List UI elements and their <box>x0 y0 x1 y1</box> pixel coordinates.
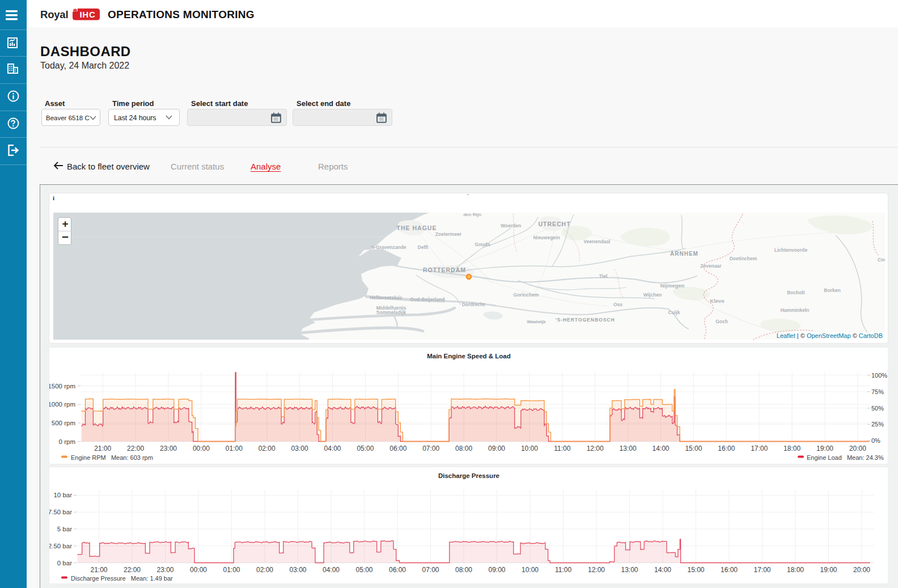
svg-text:Zoetermeer: Zoetermeer <box>435 231 462 237</box>
svg-text:Doetinchem: Doetinchem <box>730 256 757 261</box>
svg-text:Sommelsdijk: Sommelsdijk <box>376 310 406 315</box>
svg-text:01: 01 <box>274 117 278 122</box>
svg-text:THE HAGUE: THE HAGUE <box>397 225 437 231</box>
svg-text:0 bar: 0 bar <box>57 560 72 566</box>
svg-text:50%: 50% <box>871 405 884 412</box>
svg-text:12:00: 12:00 <box>587 445 604 452</box>
svg-text:11:00: 11:00 <box>555 566 571 574</box>
svg-text:03:00: 03:00 <box>291 445 308 452</box>
svg-text:04:00: 04:00 <box>323 566 340 574</box>
svg-text:21:00: 21:00 <box>94 445 111 452</box>
svg-text:5 bar: 5 bar <box>57 526 72 532</box>
svg-text:13:00: 13:00 <box>620 445 637 452</box>
svg-text:7.50 bar: 7.50 bar <box>49 509 72 515</box>
svg-text:18:00: 18:00 <box>783 445 800 452</box>
svg-text:0 rpm: 0 rpm <box>59 438 75 445</box>
svg-text:08:00: 08:00 <box>455 566 472 574</box>
svg-text:01:00: 01:00 <box>223 566 240 574</box>
svg-text:Zevenaar: Zevenaar <box>700 263 722 269</box>
svg-text:07:00: 07:00 <box>422 566 439 574</box>
svg-text:Dordrecht: Dordrecht <box>462 302 485 307</box>
svg-text:den Rijn: den Rijn <box>463 213 481 217</box>
svg-text:'S-HERTOGENBOSCH: 'S-HERTOGENBOSCH <box>555 317 615 323</box>
svg-text:Nijmegen: Nijmegen <box>660 282 685 289</box>
svg-text:10:00: 10:00 <box>521 445 538 452</box>
svg-text:'s-Gravenzande: 's-Gravenzande <box>371 244 406 250</box>
svg-text:06:00: 06:00 <box>389 566 406 574</box>
svg-text:02:00: 02:00 <box>256 566 273 574</box>
svg-text:05:00: 05:00 <box>357 445 374 452</box>
svg-text:02:00: 02:00 <box>259 445 276 452</box>
svg-text:100%: 100% <box>871 372 887 379</box>
svg-text:Discharge Pressure: Discharge Pressure <box>438 472 499 479</box>
svg-text:00:00: 00:00 <box>193 445 210 452</box>
svg-text:Leaflet | © OpenStreetMap © Ca: Leaflet | © OpenStreetMap © CartoDB <box>777 332 883 339</box>
svg-text:Lichtenvoorde: Lichtenvoorde <box>774 247 808 253</box>
svg-text:05:00: 05:00 <box>355 566 372 574</box>
svg-text:06:00: 06:00 <box>389 445 406 452</box>
svg-text:Gorinchem: Gorinchem <box>514 292 539 298</box>
svg-text:Waalwijk: Waalwijk <box>527 319 546 324</box>
svg-text:20:00: 20:00 <box>849 445 866 452</box>
svg-text:Wijchen: Wijchen <box>643 292 662 298</box>
svg-text:15:00: 15:00 <box>685 445 702 452</box>
svg-text:Tiel: Tiel <box>599 273 608 279</box>
svg-text:04:00: 04:00 <box>324 445 341 452</box>
svg-text:Engine RPM Mean: 603 rpm: Engine RPM Mean: 603 rpm <box>71 454 153 461</box>
svg-text:Goch: Goch <box>715 319 728 324</box>
svg-text:01: 01 <box>379 117 384 122</box>
svg-text:Engine Load Mean: 24.3%: Engine Load Mean: 24.3% <box>807 454 884 461</box>
svg-text:Gouda: Gouda <box>475 242 490 247</box>
svg-text:07:00: 07:00 <box>422 445 439 452</box>
svg-text:1500 rpm: 1500 rpm <box>49 383 75 390</box>
svg-text:Kleve: Kleve <box>710 298 724 304</box>
svg-text:Borken: Borken <box>824 287 840 293</box>
svg-text:10:00: 10:00 <box>522 566 539 574</box>
svg-text:ROTTERDAM: ROTTERDAM <box>423 266 466 273</box>
svg-text:03:00: 03:00 <box>289 566 306 574</box>
svg-text:10 bar: 10 bar <box>53 492 72 498</box>
svg-text:01:00: 01:00 <box>226 445 243 452</box>
svg-text:13:00: 13:00 <box>621 566 638 574</box>
svg-text:Oud-Beijerland: Oud-Beijerland <box>410 297 445 302</box>
svg-text:Hellevoetsluis: Hellevoetsluis <box>370 295 402 301</box>
svg-text:08:00: 08:00 <box>455 445 472 452</box>
svg-text:UTRECHT: UTRECHT <box>538 221 570 227</box>
svg-text:0%: 0% <box>871 437 880 444</box>
svg-text:23:00: 23:00 <box>156 566 173 574</box>
svg-text:Veenendaal: Veenendaal <box>584 239 611 244</box>
svg-text:2.50 bar: 2.50 bar <box>49 543 72 549</box>
svg-text:Main Engine Speed & Load: Main Engine Speed & Load <box>427 353 511 359</box>
svg-text:14:00: 14:00 <box>654 566 671 574</box>
svg-text:ARNHEM: ARNHEM <box>670 251 698 257</box>
svg-text:Nieuwegein: Nieuwegein <box>533 235 560 240</box>
svg-text:18:00: 18:00 <box>787 566 804 574</box>
svg-text:21:00: 21:00 <box>90 566 107 574</box>
svg-text:09:00: 09:00 <box>488 566 505 574</box>
svg-text:Cuijk: Cuijk <box>668 310 680 315</box>
svg-text:12:00: 12:00 <box>588 566 605 574</box>
svg-text:1000 rpm: 1000 rpm <box>49 401 75 408</box>
svg-text:11:00: 11:00 <box>554 445 570 452</box>
svg-text:Woerden: Woerden <box>501 223 521 229</box>
svg-text:16:00: 16:00 <box>718 445 735 452</box>
svg-text:IHC: IHC <box>79 10 95 19</box>
svg-text:19:00: 19:00 <box>820 566 837 574</box>
svg-text:22:00: 22:00 <box>124 566 141 574</box>
svg-text:500 rpm: 500 rpm <box>52 420 75 426</box>
svg-text:19:00: 19:00 <box>816 445 833 452</box>
svg-text:Coe: Coe <box>878 257 885 263</box>
svg-text:14:00: 14:00 <box>652 445 669 452</box>
svg-text:09:00: 09:00 <box>488 445 505 452</box>
svg-text:17:00: 17:00 <box>753 566 770 574</box>
svg-text:20:00: 20:00 <box>853 566 870 574</box>
svg-text:Discharge Pressure Mean: 1.4: Discharge Pressure Mean: 1.49 bar <box>71 575 173 582</box>
svg-text:00:00: 00:00 <box>190 566 207 574</box>
svg-text:22:00: 22:00 <box>127 445 144 452</box>
svg-text:Delft: Delft <box>418 244 429 250</box>
svg-text:17:00: 17:00 <box>751 445 768 452</box>
svg-text:Oss: Oss <box>613 302 622 307</box>
svg-text:Bocholt: Bocholt <box>787 290 805 295</box>
svg-text:Hamminkeln: Hamminkeln <box>781 307 810 313</box>
svg-text:75%: 75% <box>871 388 884 395</box>
